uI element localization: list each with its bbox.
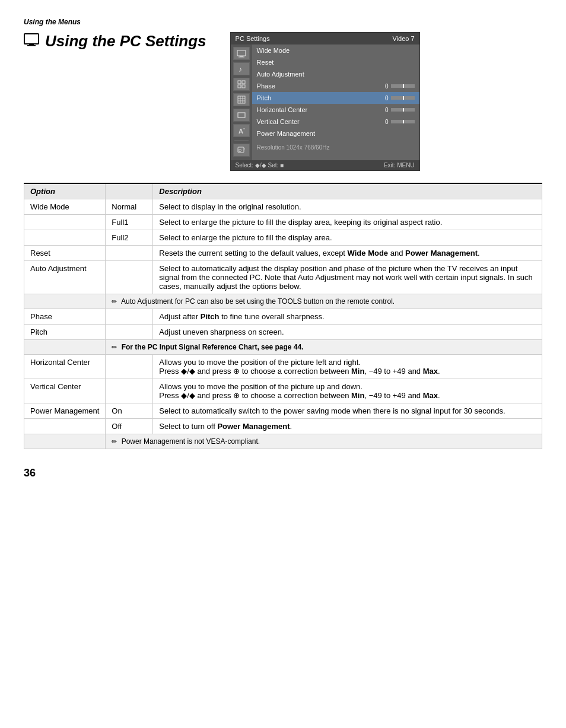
option-vertical-center: Vertical Center [24,379,106,403]
sub-vcenter-empty [106,379,153,403]
svg-rect-2 [27,45,36,46]
panel-video-label: Video 7 [392,35,414,42]
option-power-management: Power Management [24,403,106,419]
panel-icon-5[interactable] [233,109,250,122]
sub-option-normal: Normal [106,199,153,215]
note-icon-2: ✏ [112,344,117,351]
sub-option-full2: Full2 [106,230,153,246]
svg-rect-16 [238,113,245,117]
svg-rect-7 [238,81,241,84]
panel-header: PC Settings Video 7 [231,33,419,44]
svg-rect-0 [24,34,39,44]
option-auto-adjustment: Auto Adjustment [24,261,106,294]
sub-hcenter-empty [106,355,153,379]
monitor-icon [24,32,39,50]
menu-item-power-management[interactable]: Power Management [252,128,419,139]
table-row: Full1 Select to enlarge the picture to f… [24,215,542,230]
page-title: Using the PC Settings [24,32,206,50]
col-suboption-header [106,183,153,199]
option-empty-1 [24,215,106,230]
desc-reset: Resets the current setting to the defaul… [153,246,542,261]
table-row: Pitch Adjust uneven sharpness on screen. [24,325,542,340]
panel-footer: Select: ◆/◆ Set: ■ Exit: MENU [231,160,419,170]
svg-rect-9 [238,85,241,88]
table-row: Vertical Center Allows you to move the p… [24,379,542,403]
option-horizontal-center: Horizontal Center [24,355,106,379]
option-phase: Phase [24,309,106,325]
sub-option-on: On [106,403,153,419]
resolution-text: Resolution 1024x 768/60Hz [252,139,419,153]
panel-title: PC Settings [236,35,270,42]
menu-item-wide-mode[interactable]: Wide Mode [252,44,419,56]
sub-reset-empty [106,246,153,261]
table-row: Horizontal Center Allows you to move the… [24,355,542,379]
svg-text:♪: ♪ [239,65,242,73]
sub-phase-empty [106,309,153,325]
table-row: Power Management On Select to automatica… [24,403,542,419]
panel-icon-7[interactable]: D [233,144,250,157]
panel-icon-list: ♪ [231,44,252,160]
table-row-note: ✏ Power Management is not VESA-compliant… [24,434,542,449]
option-pitch: Pitch [24,325,106,340]
sub-option-full1: Full1 [106,215,153,230]
desc-power-on: Select to automatically switch to the po… [153,403,542,419]
svg-rect-3 [237,50,246,56]
sub-pitch-empty [106,325,153,340]
desc-full1: Select to enlarge the picture to fill th… [153,215,542,230]
svg-rect-4 [240,56,243,57]
panel-exit-hint: Exit: MENU [384,162,415,169]
menu-item-auto-adjustment[interactable]: Auto Adjustment [252,68,419,80]
option-pm-empty [24,419,106,434]
menu-item-phase[interactable]: Phase 0 [252,80,419,92]
desc-auto-adjustment: Select to automatically adjust the displ… [153,261,542,294]
option-wide-mode: Wide Mode [24,199,106,215]
option-reset: Reset [24,246,106,261]
panel-menu: Wide Mode Reset Auto Adjustment Phase 0 … [252,44,419,160]
panel-icon-3[interactable] [233,78,250,91]
desc-phase: Adjust after Pitch to fine tune overall … [153,309,542,325]
desc-full2: Select to enlarge the picture to fill th… [153,230,542,246]
menu-item-horizontal-center[interactable]: Horizontal Center 0 [252,104,419,116]
table-row: Full2 Select to enlarge the picture to f… [24,230,542,246]
desc-power-off: Select to turn off Power Management. [153,419,542,434]
svg-rect-8 [242,81,245,84]
svg-rect-1 [29,44,34,45]
desc-pitch: Adjust uneven sharpness on screen. [153,325,542,340]
svg-rect-11 [238,96,245,103]
sub-auto-empty [106,261,153,294]
option-empty-2 [24,230,106,246]
main-content: Option Description Wide Mode Normal Sele… [24,183,542,449]
panel-icon-2[interactable]: ♪ [233,62,250,75]
note-pitch: ✏ For the PC Input Signal Reference Char… [106,340,542,355]
note-icon: ✏ [112,298,117,305]
breadcrumb: Using the Menus [24,18,542,26]
svg-rect-10 [242,85,245,88]
desc-normal: Select to display in the original resolu… [153,199,542,215]
note-power-management: ✏ Power Management is not VESA-compliant… [106,434,542,449]
panel-icon-1[interactable] [233,47,250,60]
desc-vertical-center: Allows you to move the position of the p… [153,379,542,403]
table-row-note: ✏ For the PC Input Signal Reference Char… [24,340,542,355]
menu-item-pitch[interactable]: Pitch 0 [252,92,419,104]
table-row: Off Select to turn off Power Management. [24,419,542,434]
table-row: Auto Adjustment Select to automatically … [24,261,542,294]
pc-settings-panel: PC Settings Video 7 ♪ [230,32,420,171]
svg-text:D: D [239,148,241,152]
col-option-header: Option [24,183,106,199]
svg-text:A: A [239,128,243,135]
svg-rect-5 [239,56,244,57]
sub-option-off: Off [106,419,153,434]
note-icon-3: ✏ [112,438,117,445]
note-auto-adjustment: ✏ Auto Adjustment for PC can also be set… [106,294,542,309]
menu-item-vertical-center[interactable]: Vertical Center 0 [252,116,419,128]
menu-item-reset[interactable]: Reset [252,56,419,68]
table-row: Phase Adjust after Pitch to fine tune ov… [24,309,542,325]
panel-icon-6[interactable]: A [233,124,250,137]
options-table: Option Description Wide Mode Normal Sele… [24,183,542,449]
panel-select-hint: Select: ◆/◆ Set: ■ [236,162,284,169]
col-description-header: Description [153,183,542,199]
table-row: Wide Mode Normal Select to display in th… [24,199,542,215]
panel-icon-4[interactable] [233,93,250,106]
page-number: 36 [24,467,542,479]
table-row-note: ✏ Auto Adjustment for PC can also be set… [24,294,542,309]
